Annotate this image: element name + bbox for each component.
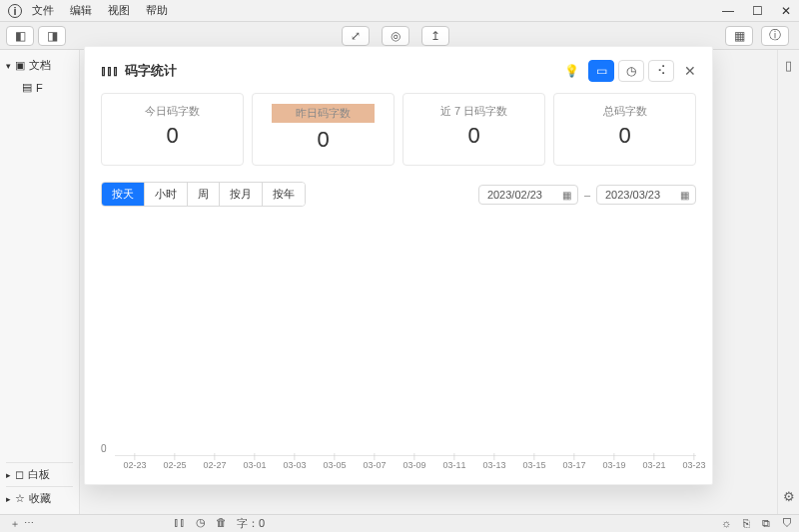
x-tick: 02-25 (155, 460, 195, 470)
stat-label: 今日码字数 (102, 104, 243, 119)
gear-icon[interactable]: ⚙ (783, 489, 795, 504)
sidebar-group-favorites[interactable]: ▸ ☆ 收藏 (6, 486, 73, 510)
x-tick: 03-21 (634, 460, 674, 470)
sidebar-docs-label: 文档 (29, 58, 51, 73)
menu-view[interactable]: 视图 (108, 3, 130, 18)
x-tick: 02-23 (115, 460, 155, 470)
stats-modal: ⫿⫿⫿ 码字统计 💡 ▭ ◷ ⠪ ✕ 今日码字数 0 昨日码字数 0 近 7 日… (84, 46, 713, 485)
tab-day[interactable]: 按天 (102, 183, 145, 206)
x-tick: 03-11 (434, 460, 474, 470)
toolbar-panel-left-button[interactable]: ◧ (6, 26, 34, 46)
y-tick-zero: 0 (101, 443, 107, 454)
date-to-input[interactable]: 2023/03/23▦ (596, 185, 696, 205)
tab-month[interactable]: 按月 (220, 183, 263, 206)
sidebar-left: ▾ ▣ 文档 ▤ F ▸ ◻ 白板 ▸ ☆ 收藏 (0, 50, 80, 514)
stats-chart: 0 ||||||||||||||| 02-2302-2502-2703-0103… (101, 221, 696, 476)
sidebar-docs-header[interactable]: ▾ ▣ 文档 (6, 54, 73, 77)
tab-year[interactable]: 按年 (263, 183, 305, 206)
menu-file[interactable]: 文件 (32, 3, 54, 18)
x-tick: 03-19 (594, 460, 634, 470)
minimize-button[interactable]: — (722, 4, 734, 18)
status-copy-icon[interactable]: ⧉ (762, 517, 770, 530)
stat-label: 昨日码字数 (296, 107, 351, 119)
whiteboard-icon: ◻ (15, 468, 24, 481)
stat-label: 近 7 日码字数 (403, 104, 544, 119)
x-tick: 03-23 (674, 460, 714, 470)
app-info-icon[interactable]: i (8, 4, 22, 18)
x-tick: 02-27 (195, 460, 235, 470)
view-history-button[interactable]: ◷ (618, 60, 644, 82)
status-shield-icon[interactable]: ⛉ (782, 517, 793, 530)
calendar-icon: ▦ (562, 190, 571, 201)
maximize-button[interactable]: ☐ (752, 4, 763, 18)
add-button[interactable]: ＋ (10, 517, 20, 531)
tip-button[interactable]: 💡 (558, 60, 584, 82)
x-tick: 03-15 (514, 460, 554, 470)
bar-chart-icon: ⫿⫿⫿ (101, 64, 119, 78)
stat-value: 0 (253, 127, 394, 153)
x-tick: 03-13 (474, 460, 514, 470)
calendar-icon: ▦ (680, 190, 689, 201)
x-tick: 03-05 (315, 460, 355, 470)
stat-card-yesterday: 昨日码字数 0 (252, 93, 395, 166)
x-tick: 03-07 (355, 460, 395, 470)
x-tick: 03-03 (275, 460, 315, 470)
stat-value: 0 (554, 123, 695, 149)
view-calendar-button[interactable]: ▭ (588, 60, 614, 82)
tab-hour[interactable]: 小时 (145, 183, 188, 206)
trash-icon[interactable]: 🗑 (216, 516, 227, 531)
sidebar-group-label: 白板 (28, 467, 50, 482)
stat-card-total: 总码字数 0 (553, 93, 696, 166)
status-sun-icon[interactable]: ☼ (721, 517, 731, 530)
folder-icon: ▣ (15, 59, 25, 72)
stats-icon[interactable]: ⫿⫿ (174, 516, 186, 531)
modal-title: 码字统计 (125, 62, 177, 80)
sidebar-file-item[interactable]: ▤ F (6, 77, 73, 98)
stat-card-7days: 近 7 日码字数 0 (402, 93, 545, 166)
timer-icon[interactable]: ◷ (196, 516, 206, 531)
word-count: 字：0 (237, 516, 265, 531)
caret-right-icon: ▸ (6, 470, 11, 480)
date-from-input[interactable]: 2023/02/23▦ (478, 185, 578, 205)
menu-help[interactable]: 帮助 (146, 3, 168, 18)
close-window-button[interactable]: ✕ (781, 4, 791, 18)
sidebar-right: ▯ ⚙ (777, 50, 799, 514)
stat-value: 0 (102, 123, 243, 149)
more-button[interactable]: ⋯ (24, 517, 34, 531)
status-save-icon[interactable]: ⎘ (743, 517, 750, 530)
tab-week[interactable]: 周 (188, 183, 220, 206)
statusbar: ＋ ⋯ ⫿⫿ ◷ 🗑 字：0 ☼ ⎘ ⧉ ⛉ (0, 514, 799, 532)
sidebar-file-label: F (36, 82, 43, 94)
x-tick: 03-01 (235, 460, 275, 470)
toolbar-export-button[interactable]: ↥ (421, 26, 449, 46)
sidebar-group-whiteboard[interactable]: ▸ ◻ 白板 (6, 462, 73, 486)
x-tick: 03-09 (395, 460, 434, 470)
toolbar-preview-button[interactable]: ◎ (382, 26, 409, 46)
star-icon: ☆ (15, 492, 25, 505)
x-tick: 03-17 (554, 460, 594, 470)
date-separator: – (584, 189, 590, 201)
stat-value: 0 (403, 123, 544, 149)
window-menubar: i 文件 编辑 视图 帮助 — ☐ ✕ (0, 0, 799, 22)
file-icon: ▤ (22, 81, 32, 94)
toolbar-info-button[interactable]: ⓘ (761, 26, 789, 46)
caret-down-icon: ▾ (6, 61, 11, 71)
toolbar-grid-button[interactable]: ▦ (725, 26, 753, 46)
sidebar-group-label: 收藏 (29, 491, 51, 506)
toolbar-focus-button[interactable]: ⤢ (342, 26, 370, 46)
period-tabs: 按天 小时 周 按月 按年 (101, 182, 306, 207)
share-button[interactable]: ⠪ (648, 60, 674, 82)
modal-close-button[interactable]: ✕ (684, 63, 696, 79)
map-icon[interactable]: ▯ (785, 58, 792, 73)
caret-right-icon: ▸ (6, 494, 11, 504)
stat-card-today: 今日码字数 0 (101, 93, 244, 166)
toolbar-panel-right-button[interactable]: ◨ (38, 26, 66, 46)
menu-edit[interactable]: 编辑 (70, 3, 92, 18)
stat-label: 总码字数 (554, 104, 695, 119)
